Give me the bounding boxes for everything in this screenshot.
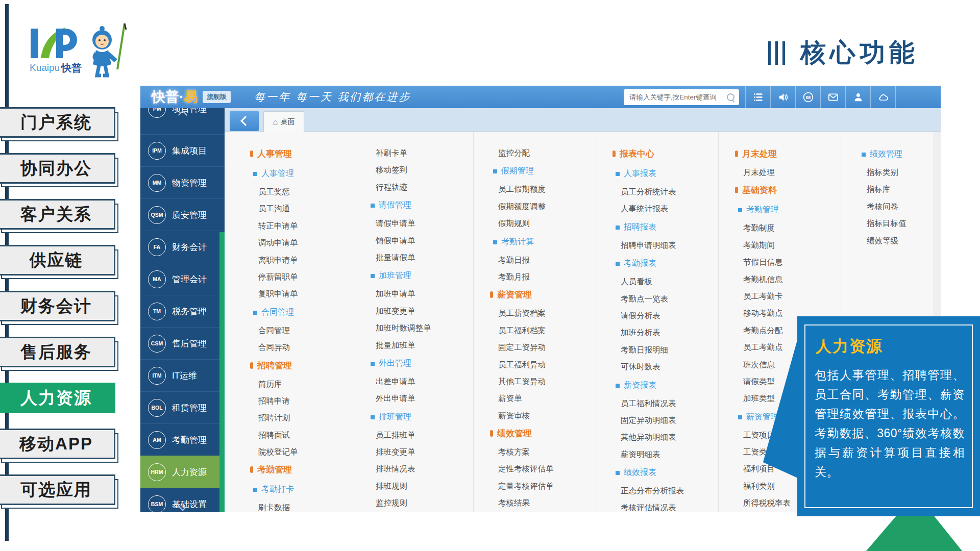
menu-entry[interactable]: 其他工资异动 xyxy=(490,373,596,390)
menu-entry[interactable]: 其他异动明细表 xyxy=(612,429,718,445)
menu-entry[interactable]: 加班申请单 xyxy=(368,285,473,302)
menu-entry[interactable]: 行程轨迹 xyxy=(368,179,473,195)
menu-entry[interactable]: 批量加班单 xyxy=(368,337,473,354)
search-input[interactable] xyxy=(628,93,727,102)
mail-button[interactable] xyxy=(820,86,845,108)
left-menu-item-6[interactable]: 售后服务 xyxy=(0,337,115,367)
sidebar-item-qsm[interactable]: QSM质安管理 xyxy=(140,198,225,231)
menu-entry[interactable]: 停薪留职单 xyxy=(250,268,351,285)
im-button[interactable]: IM xyxy=(795,86,820,108)
back-button[interactable] xyxy=(230,111,259,131)
menu-entry[interactable]: 假期额度调整 xyxy=(490,198,596,215)
menu-entry[interactable]: 人事统计报表 xyxy=(612,200,718,217)
sidebar-item-bol[interactable]: BOL租赁管理 xyxy=(140,391,225,423)
left-menu-item-9[interactable]: 可选应用 xyxy=(0,474,115,505)
menu-entry[interactable]: 加班变更单 xyxy=(368,303,473,319)
menu-entry[interactable]: 调动申请单 xyxy=(250,234,351,251)
sidebar-item-ipm[interactable]: IPM集成项目 xyxy=(140,134,225,166)
menu-entry[interactable]: 绩效等级 xyxy=(859,232,934,249)
menu-entry[interactable]: 排班变更单 xyxy=(368,443,473,460)
menu-entry[interactable]: 固定异动明细表 xyxy=(612,412,718,429)
menu-entry[interactable]: 合同管理 xyxy=(250,322,351,339)
menu-entry[interactable]: 节假日信息 xyxy=(735,254,841,270)
menu-entry[interactable]: 招聘计划 xyxy=(250,409,351,426)
menu-entry[interactable]: 定性考核评估单 xyxy=(490,460,596,477)
menu-entry[interactable]: 请假申请单 xyxy=(368,215,473,232)
menu-entry[interactable]: 补刷卡单 xyxy=(368,144,473,161)
menu-entry[interactable]: 移动签到 xyxy=(368,161,473,178)
search-box[interactable] xyxy=(624,89,739,105)
left-menu-item-1[interactable]: 门户系统 xyxy=(0,107,115,138)
menu-entry[interactable]: 考勤日报明细 xyxy=(612,341,718,358)
menu-entry[interactable]: 人员看板 xyxy=(612,273,718,290)
menu-entry[interactable]: 员工假期额度 xyxy=(490,181,596,197)
menu-entry[interactable]: 指标目标值 xyxy=(859,215,934,232)
menu-entry[interactable]: 定量考核评估单 xyxy=(490,478,596,494)
list-button[interactable] xyxy=(745,86,770,108)
sidebar-item-mm[interactable]: MM物资管理 xyxy=(140,166,225,198)
menu-entry[interactable]: 招聘面试 xyxy=(250,427,351,443)
left-menu-item-4[interactable]: 供应链 xyxy=(0,245,115,276)
menu-entry[interactable]: 固定工资异动 xyxy=(490,339,596,356)
menu-entry[interactable]: 考勤日报 xyxy=(490,252,596,268)
menu-entry[interactable]: 考勤点一览表 xyxy=(612,290,718,307)
menu-entry[interactable]: 转正申请单 xyxy=(250,217,351,234)
menu-entry[interactable]: 监控分配 xyxy=(490,144,596,161)
user-button[interactable] xyxy=(845,86,870,108)
cloud-button[interactable] xyxy=(870,86,895,108)
menu-entry[interactable]: 加班时数调整单 xyxy=(368,319,473,336)
menu-entry[interactable]: 考核评估情况表 xyxy=(612,499,718,512)
left-menu-item-3[interactable]: 客户关系 xyxy=(0,199,115,230)
menu-entry[interactable]: 指标类别 xyxy=(859,164,934,181)
menu-entry[interactable]: 刷卡数据 xyxy=(250,499,351,512)
menu-entry[interactable]: 排班情况表 xyxy=(368,460,473,477)
menu-entry[interactable]: 指标库 xyxy=(859,181,934,197)
menu-entry[interactable]: 考勤月报 xyxy=(490,268,596,285)
menu-entry[interactable]: 薪资明细表 xyxy=(612,446,718,463)
left-menu-item-5[interactable]: 财务会计 xyxy=(0,291,115,321)
sidebar-item-partial[interactable]: PM 项目管理 xyxy=(140,108,225,134)
menu-entry[interactable]: 员工福利异动 xyxy=(490,356,596,373)
left-menu-item-8[interactable]: 移动APP xyxy=(0,429,115,459)
menu-entry[interactable]: 员工福利档案 xyxy=(490,322,596,339)
menu-entry[interactable]: 监控规则 xyxy=(368,494,473,511)
menu-entry[interactable]: 正态分布分析报表 xyxy=(612,482,718,499)
menu-entry[interactable]: 合同异动 xyxy=(250,339,351,356)
menu-entry[interactable]: 薪资单 xyxy=(490,390,596,407)
menu-entry[interactable]: 加班分析表 xyxy=(612,324,718,341)
tab-desktop[interactable]: ⌂ 桌面 xyxy=(263,111,304,132)
menu-entry[interactable]: 员工考勤卡 xyxy=(735,288,841,305)
menu-entry[interactable]: 考勤期间 xyxy=(735,237,841,254)
menu-entry[interactable]: 员工沟通 xyxy=(250,200,351,217)
sidebar-item-am[interactable]: AM考勤管理 xyxy=(140,423,225,456)
menu-entry[interactable]: 假期规则 xyxy=(490,215,596,232)
menu-entry[interactable]: 员工排班单 xyxy=(368,427,473,443)
menu-entry[interactable]: 请假分析表 xyxy=(612,307,718,324)
menu-entry[interactable]: 院校登记单 xyxy=(250,443,351,460)
sidebar-item-csm[interactable]: CSM售后管理 xyxy=(140,327,225,359)
menu-entry[interactable]: 招聘申请明细表 xyxy=(612,237,718,254)
menu-entry[interactable]: 员工分析统计表 xyxy=(612,183,718,200)
left-menu-item-7[interactable]: 人力资源 xyxy=(0,383,115,413)
menu-entry[interactable]: 考核方案 xyxy=(490,443,596,460)
menu-entry[interactable]: 员工福利情况表 xyxy=(612,395,718,412)
sidebar-item-tm[interactable]: TM税务管理 xyxy=(140,295,225,327)
menu-entry[interactable]: 离职申请单 xyxy=(250,252,351,268)
menu-entry[interactable]: 月末处理 xyxy=(735,164,841,181)
left-menu-item-2[interactable]: 协同办公 xyxy=(0,153,115,184)
menu-entry[interactable]: 薪资审核 xyxy=(490,407,596,424)
menu-entry[interactable]: 销假申请单 xyxy=(368,232,473,249)
menu-entry[interactable]: 可休时数表 xyxy=(612,358,718,375)
menu-entry[interactable]: 考核问卷 xyxy=(859,198,934,215)
menu-entry[interactable]: 复职申请单 xyxy=(250,285,351,302)
menu-entry[interactable]: 批量请假单 xyxy=(368,249,473,266)
menu-entry[interactable]: 外出申请单 xyxy=(368,390,473,407)
menu-entry[interactable]: 考勤机信息 xyxy=(735,271,841,288)
menu-entry[interactable]: 考核结果 xyxy=(490,494,596,511)
sidebar-item-ma[interactable]: MA管理会计 xyxy=(140,263,225,295)
sidebar-item-fa[interactable]: FA财务会计 xyxy=(140,231,225,263)
menu-entry[interactable]: 考勤制度 xyxy=(735,219,841,236)
menu-entry[interactable]: 简历库 xyxy=(250,375,351,392)
search-icon[interactable] xyxy=(727,93,734,101)
menu-entry[interactable]: 排班规则 xyxy=(368,478,473,494)
